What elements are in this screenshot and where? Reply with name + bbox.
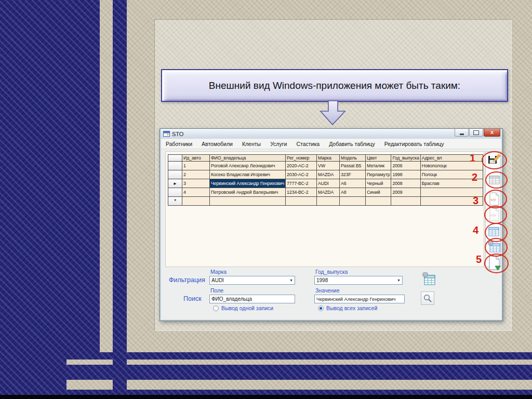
grid-column-header[interactable]: Рег_номер: [286, 155, 317, 162]
grid-corner[interactable]: [168, 155, 182, 162]
grid-cell[interactable]: Passat B5: [340, 162, 366, 170]
grid-cell[interactable]: 4: [182, 188, 210, 197]
window-titlebar[interactable]: STO X: [161, 129, 501, 139]
close-icon: X: [490, 130, 494, 135]
grid-panel: Ид_автоФИО_владельцаРег_номерМаркаМодель…: [165, 151, 484, 267]
search-icon: [423, 294, 432, 303]
table-row[interactable]: 4Петровский Андрей Валерьевич1234-ВС-2MA…: [168, 188, 483, 197]
annotation-circle-5: [484, 254, 509, 273]
table-row[interactable]: 2Косеко Владислав Игоревич2030-АС-2MAZDA…: [168, 170, 483, 179]
grid-cell[interactable]: 1234-ВС-2: [286, 188, 317, 197]
brand-combobox[interactable]: [209, 276, 295, 285]
grid-cell[interactable]: А6: [340, 179, 366, 188]
grid-cell[interactable]: [182, 197, 210, 206]
grid-column-header[interactable]: Цвет: [366, 155, 391, 162]
menu-bar: Работники Автомобили Кленты Услуги Стаст…: [161, 139, 501, 149]
grid-cell[interactable]: 1: [182, 162, 210, 170]
new-row-selector[interactable]: *: [168, 197, 182, 206]
single-record-radio[interactable]: [213, 305, 219, 311]
grid-cell[interactable]: [340, 197, 366, 206]
row-selector[interactable]: [168, 170, 182, 179]
horizontal-tan-stripe: [66, 360, 532, 365]
filter-field2-label: Год_выпуска: [315, 269, 348, 275]
vertical-tan-stripe: [100, 0, 113, 352]
grid-cell[interactable]: [210, 197, 286, 206]
close-button[interactable]: X: [484, 129, 500, 137]
menu-item-clients[interactable]: Кленты: [237, 141, 265, 147]
grid-cell[interactable]: VW: [317, 162, 340, 170]
data-grid[interactable]: Ид_автоФИО_владельцаРег_номерМаркаМодель…: [168, 154, 483, 206]
menu-item-services[interactable]: Услуги: [265, 141, 291, 147]
slide-canvas: Внешний вид Windows-приложения может быт…: [0, 0, 532, 399]
grid-cell[interactable]: AUDI: [317, 179, 340, 188]
bottom-border-line: [0, 395, 532, 399]
grid-cell[interactable]: Червинский Александр Генрихович: [210, 179, 286, 188]
search-field1-label: Поле: [210, 287, 223, 294]
slide-title-box: Внешний вид Windows-приложения может быт…: [161, 69, 508, 102]
form-client-area: Ид_автоФИО_владельцаРег_номерМаркаМодель…: [161, 149, 501, 320]
grid-cell[interactable]: 2009: [391, 188, 420, 197]
table-row[interactable]: ►3Червинский Александр Генрихович7777-ВС…: [168, 179, 483, 188]
grid-cell[interactable]: 1998: [391, 170, 420, 179]
grid-column-header[interactable]: Год_выпуска: [391, 155, 420, 162]
filter-section-label: Фильтрация: [169, 276, 205, 284]
radio-label-single: Вывод одной записи: [221, 305, 273, 311]
grid-cell[interactable]: Черный: [366, 179, 391, 188]
row-selector[interactable]: ►: [168, 179, 182, 188]
annotation-number-5: 5: [476, 254, 482, 264]
grid-column-header[interactable]: Марка: [317, 155, 340, 162]
grid-cell[interactable]: 3: [182, 179, 210, 188]
radio-label-all: Вывод всех записей: [326, 305, 377, 311]
grid-cell[interactable]: 2006: [391, 162, 420, 170]
grid-cell[interactable]: [317, 197, 340, 206]
grid-cell[interactable]: MAZDA: [317, 188, 340, 197]
menu-item-add-table[interactable]: Добавить таблицу: [324, 141, 380, 147]
annotation-number-2: 2: [472, 172, 477, 182]
row-selector[interactable]: [168, 162, 182, 170]
app-icon: [163, 130, 170, 137]
row-selector[interactable]: [168, 188, 182, 197]
grid-column-header[interactable]: Модель: [340, 155, 366, 162]
grid-column-header[interactable]: Ид_авто: [182, 155, 210, 162]
menu-item-cars[interactable]: Автомобили: [197, 141, 237, 147]
grid-column-header[interactable]: ФИО_владельца: [210, 155, 286, 162]
grid-cell[interactable]: [366, 197, 391, 206]
grid-cell[interactable]: Петровский Андрей Валерьевич: [210, 188, 286, 197]
menu-item-statistics[interactable]: Стастика: [291, 141, 324, 147]
maximize-button[interactable]: [469, 129, 483, 137]
grid-cell[interactable]: А8: [340, 188, 366, 197]
menu-item-workers[interactable]: Работники: [161, 141, 197, 147]
filter-field1-label: Марка: [210, 269, 227, 275]
down-arrow-icon: [318, 100, 347, 126]
app-window: STO X Работники Автомобили Кленты Услуги…: [159, 128, 503, 321]
grid-cell[interactable]: [286, 197, 317, 206]
grid-cell[interactable]: Роговой Алексанр Леонидович: [210, 162, 286, 170]
grid-cell[interactable]: 7777-ВС-2: [286, 179, 317, 188]
filter-table-icon[interactable]: [422, 272, 436, 286]
search-value-label: Значение: [315, 287, 340, 294]
table-row[interactable]: 1Роговой Алексанр Леонидович2020-АС-2VWP…: [168, 162, 483, 170]
year-combobox[interactable]: [314, 276, 403, 285]
grid-cell[interactable]: [391, 197, 420, 206]
vertical-navy-stripe: [113, 352, 127, 399]
search-value-input[interactable]: [314, 295, 405, 303]
maximize-icon: [473, 130, 479, 135]
minimize-button[interactable]: [455, 129, 469, 137]
grid-cell[interactable]: Перламутр: [366, 170, 391, 179]
grid-cell[interactable]: 2020-АС-2: [286, 162, 317, 170]
annotation-circle-1: [482, 151, 507, 169]
search-button[interactable]: [421, 291, 434, 305]
table-row-new[interactable]: *: [168, 197, 483, 206]
grid-cell[interactable]: 2008: [391, 179, 420, 188]
grid-cell[interactable]: Металик: [366, 162, 391, 170]
grid-cell[interactable]: 2: [182, 170, 210, 179]
grid-cell[interactable]: Синий: [366, 188, 391, 197]
grid-cell[interactable]: Косеко Владислав Игоревич: [210, 170, 286, 179]
menu-item-edit-table[interactable]: Редактировать таблицу: [380, 141, 449, 147]
grid-cell[interactable]: 323F: [340, 170, 366, 179]
annotation-circle-2: [485, 171, 508, 189]
grid-cell[interactable]: MAZDA: [317, 170, 340, 179]
all-records-radio[interactable]: [318, 305, 324, 311]
grid-cell[interactable]: 2030-АС-2: [286, 170, 317, 179]
search-field-input[interactable]: [209, 295, 295, 303]
